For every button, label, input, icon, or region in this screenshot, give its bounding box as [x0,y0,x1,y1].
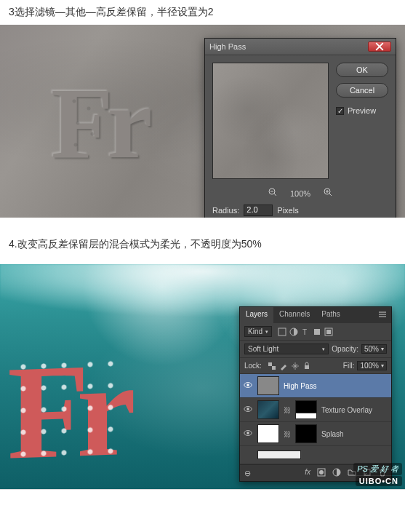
filter-pixel-icon[interactable] [278,327,286,336]
watermark-line1: PS 爱 好 者 [353,463,402,475]
preview-label: Preview [348,106,376,115]
zoom-in-button[interactable] [324,188,332,199]
blend-mode-select[interactable]: Soft Light ▾ [244,344,329,354]
cancel-button[interactable]: Cancel [336,83,388,98]
layer-row-splash[interactable]: ⛓ Splash [240,422,391,446]
lock-pixels-icon[interactable] [279,362,288,370]
radius-unit: Pixels [277,206,298,215]
fx-button[interactable]: fx [305,468,310,478]
panel-menu-button[interactable] [374,307,391,323]
svg-rect-15 [305,365,309,369]
filter-smart-icon[interactable] [324,327,333,336]
ok-button[interactable]: OK [336,63,388,77]
filter-adjust-icon[interactable] [289,327,298,336]
layer-mask-thumbnail[interactable] [295,424,317,443]
zoom-out-icon [268,188,277,196]
eye-icon [244,429,252,437]
layer-thumbnail[interactable] [257,450,301,459]
eye-icon [244,381,252,389]
svg-point-17 [246,384,249,386]
menu-icon [378,310,387,319]
svg-rect-10 [314,329,320,335]
layer-name[interactable]: High Pass [284,382,317,390]
svg-point-21 [246,432,249,434]
layer-row-highpass[interactable]: High Pass [240,374,391,398]
fill-label: Fill: [343,362,355,370]
svg-line-4 [329,194,332,196]
radius-label: Radius: [212,206,239,215]
visibility-toggle[interactable] [243,429,253,439]
highpass-screenshot: Fr High Pass OK Cancel ✓ Preview 100% [0,25,405,218]
step3-text: 3选择滤镜—其他—高反差保留，半径设置为2 [0,0,405,25]
close-button[interactable] [368,41,391,52]
link-layers-button[interactable]: ⊖ [244,469,251,478]
opacity-input[interactable]: 50% [361,344,387,354]
preview-checkbox[interactable]: ✓ Preview [336,106,388,115]
filter-type-icon[interactable]: T [301,327,310,336]
opacity-label: Opacity: [332,345,358,353]
lock-label: Lock: [244,362,262,370]
lock-transparent-icon[interactable] [268,362,276,370]
watermark: PS 爱 好 者 UIBO•CN [353,463,402,486]
filter-shape-icon[interactable] [313,327,321,336]
tab-channels[interactable]: Channels [273,307,316,323]
eye-icon [244,405,252,413]
dialog-titlebar[interactable]: High Pass [205,39,396,55]
svg-rect-7 [278,328,286,336]
filter-kind-select[interactable]: Kind ▾ [244,326,272,337]
zoom-out-button[interactable] [268,188,277,199]
layer-row-extra[interactable] [240,446,391,464]
watermark-line2: UIBO•CN [356,476,402,486]
dialog-title: High Pass [209,42,246,51]
close-icon [375,42,384,51]
layer-thumbnail[interactable] [257,424,279,443]
layers-panel: Layers Channels Paths Kind ▾ T Soft Ligh… [239,306,392,482]
checkbox-icon: ✓ [336,107,344,115]
tab-paths[interactable]: Paths [316,307,346,323]
panel-tabs: Layers Channels Paths [240,307,391,323]
svg-text:T: T [302,328,307,336]
layer-thumbnail[interactable] [257,376,279,395]
svg-rect-12 [326,330,331,334]
fill-input[interactable]: 100% [357,361,387,370]
lock-all-icon[interactable] [302,362,311,370]
svg-rect-13 [268,362,272,366]
fresh-text: Fr [7,341,123,480]
mask-link-icon[interactable]: ⛓ [284,406,291,414]
highpass-dialog: High Pass OK Cancel ✓ Preview 100% [204,38,396,218]
mask-link-icon[interactable]: ⛓ [284,430,291,438]
step4-text: 4.改变高反差保留层的混合模式为柔光，不透明度为50% [0,218,405,264]
adjustment-button[interactable] [332,468,341,478]
layer-name[interactable]: Splash [321,430,344,438]
layers-screenshot: Fr Layers Channels Paths Kind ▾ T Soft L… [0,264,405,490]
layer-thumbnail[interactable] [257,400,279,419]
svg-line-1 [274,194,276,196]
svg-point-19 [246,408,249,410]
layer-name[interactable]: Texture Overlay [321,406,372,414]
tab-layers[interactable]: Layers [240,307,273,323]
svg-point-23 [319,470,324,475]
visibility-toggle[interactable] [243,405,253,415]
svg-rect-14 [272,366,276,370]
zoom-value: 100% [290,189,310,198]
visibility-toggle[interactable] [243,381,253,391]
layer-mask-thumbnail[interactable] [295,400,317,419]
layer-list: High Pass ⛓ Texture Overlay ⛓ Splash [240,374,391,464]
mask-button[interactable] [317,468,326,478]
zoom-in-icon [324,188,332,196]
embossed-text: Fr [51,72,147,174]
dialog-preview[interactable] [212,63,329,179]
lock-position-icon[interactable] [291,362,300,370]
filter-icons: T [278,327,333,336]
radius-input[interactable]: 2.0 [244,205,273,216]
layer-row-texture[interactable]: ⛓ Texture Overlay [240,398,391,422]
